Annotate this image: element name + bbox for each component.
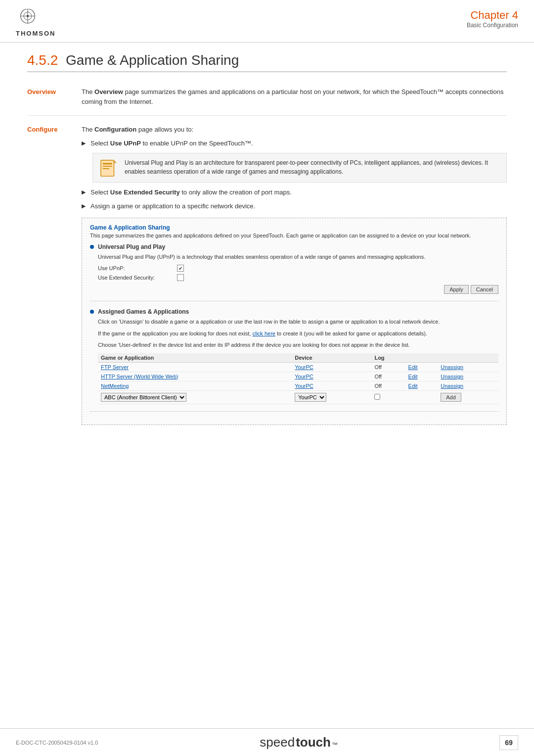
log-2: Off <box>371 372 405 381</box>
table-body: FTP Server YourPC Off Edit Unassign HTTP… <box>98 362 498 404</box>
unassign-link-3[interactable]: Unassign <box>441 383 463 389</box>
chapter-info: Chapter 4 Basic Configuration <box>467 9 518 29</box>
unassign-link-1[interactable]: Unassign <box>441 364 463 370</box>
unassign-1: Unassign <box>438 362 498 372</box>
use-upnp-checkbox[interactable]: ✔ <box>177 265 184 272</box>
edit-link-2[interactable]: Edit <box>408 374 418 379</box>
device-link-3[interactable]: YourPC <box>295 383 313 389</box>
dashed-separator-1 <box>90 301 498 301</box>
device-link-2[interactable]: YourPC <box>295 374 313 379</box>
use-extended-label: Use Extended Security: <box>98 275 177 281</box>
device-link-1[interactable]: YourPC <box>295 364 313 370</box>
note-box: Universal Plug and Play is an architectu… <box>92 153 507 183</box>
col-unassign-header <box>438 353 498 363</box>
bullet-upnp: ▶ Select Use UPnP to enable UPnP on the … <box>82 139 507 148</box>
game-link-1[interactable]: FTP Server <box>101 364 129 370</box>
configure-bullets-2: ▶ Select Use Extended Security to only a… <box>82 188 507 211</box>
col-game: Game or Application <box>98 353 292 363</box>
configure-bullets: ▶ Select Use UPnP to enable UPnP on the … <box>82 139 507 148</box>
unassign-2: Unassign <box>438 372 498 381</box>
bullet-dot-upnp <box>90 245 94 249</box>
edit-3: Edit <box>405 381 438 390</box>
note-text: Universal Plug and Play is an architectu… <box>125 158 499 176</box>
bullet-arrow-3: ▶ <box>82 202 86 210</box>
game-name-3: NetMeeting <box>98 381 292 390</box>
footer-brand: speed touch ™ <box>260 735 338 750</box>
use-upnp-row: Use UPnP: ✔ <box>98 265 498 272</box>
footer-doc-id: E-DOC-CTC-20050429-0104 v1.0 <box>16 740 98 746</box>
game-link-2[interactable]: HTTP Server (World Wide Web) <box>101 374 178 379</box>
device-2: YourPC <box>292 372 371 381</box>
unassign-link-2[interactable]: Unassign <box>441 374 463 379</box>
add-row: ABC (Another Bittorent Client) YourPC <box>98 390 498 404</box>
note-icon <box>100 158 119 177</box>
apply-button[interactable]: Apply <box>444 285 469 294</box>
chapter-title: Chapter 4 <box>467 9 518 22</box>
configure-bold: Configuration <box>94 126 136 133</box>
add-app-cell: ABC (Another Bittorent Client) <box>98 390 292 404</box>
assigned-section-label: Assigned Games & Applications <box>98 308 189 315</box>
table-header-row: Game or Application Device Log <box>98 353 498 363</box>
svg-rect-7 <box>103 166 112 167</box>
assigned-para3: Choose 'User-defined' in the device list… <box>98 341 498 349</box>
log-1: Off <box>371 362 405 372</box>
add-log-cell <box>371 390 405 404</box>
dashed-separator-2 <box>90 411 498 412</box>
section-heading: 4.5.2 Game & Application Sharing <box>27 52 507 72</box>
page-number: 69 <box>499 735 518 750</box>
app-dropdown[interactable]: ABC (Another Bittorent Client) <box>101 393 186 402</box>
col-device: Device <box>292 353 371 363</box>
configure-intro: The Configuration page allows you to: <box>82 125 507 135</box>
assigned-para2: If the game or the application you are l… <box>98 330 498 337</box>
panel-desc: This page summarizes the games and appli… <box>90 233 498 238</box>
bullet-arrow-2: ▶ <box>82 188 86 196</box>
chapter-subtitle: Basic Configuration <box>467 22 518 29</box>
add-log-checkbox[interactable] <box>374 394 380 400</box>
add-button-cell: Add <box>438 390 498 404</box>
form-buttons: Apply Cancel <box>98 285 498 294</box>
bullet-upnp-text: Select Use UPnP to enable UPnP on the Sp… <box>90 139 253 148</box>
bullet-dot-assigned <box>90 310 94 314</box>
bullet-security-text: Select Use Extended Security to only all… <box>90 188 292 197</box>
use-extended-checkbox[interactable] <box>177 274 184 281</box>
assigned-section-bullet: Assigned Games & Applications <box>90 308 498 315</box>
edit-1: Edit <box>405 362 438 372</box>
svg-rect-6 <box>103 163 112 165</box>
brand-touch: touch <box>296 735 331 750</box>
device-dropdown[interactable]: YourPC <box>295 393 326 402</box>
game-name-1: FTP Server <box>98 362 292 372</box>
section-title: Game & Application Sharing <box>66 52 239 68</box>
add-empty <box>405 390 438 404</box>
table-row: NetMeeting YourPC Off Edit Unassign <box>98 381 498 390</box>
edit-link-3[interactable]: Edit <box>408 383 418 389</box>
edit-link-1[interactable]: Edit <box>408 364 418 370</box>
col-log: Log <box>371 353 405 363</box>
configure-label: Configure <box>27 125 82 425</box>
assigned-form-section: Click on 'Unassign' to disable a game or… <box>98 318 498 404</box>
page-footer: E-DOC-CTC-20050429-0104 v1.0 speed touch… <box>0 728 534 756</box>
overview-body: The Overview page summarizes the games a… <box>82 87 507 106</box>
logo-text: THOMSON <box>16 30 55 37</box>
use-upnp-label: Use UPnP: <box>98 265 177 271</box>
upnp-form-section: Universal Plug and Play (UPnP) is a tech… <box>98 253 498 294</box>
upnp-form-desc: Universal Plug and Play (UPnP) is a tech… <box>98 253 498 261</box>
col-edit-header <box>405 353 438 363</box>
overview-label: Overview <box>27 87 82 106</box>
section-number: 4.5.2 <box>27 52 58 68</box>
screenshot-panel: Game & Application Sharing This page sum… <box>82 218 507 425</box>
configure-body: The Configuration page allows you to: ▶ … <box>82 125 507 425</box>
use-extended-row: Use Extended Security: <box>98 274 498 281</box>
cancel-button[interactable]: Cancel <box>471 285 498 294</box>
add-button[interactable]: Add <box>441 393 461 402</box>
bullet-assign: ▶ Assign a game or application to a spec… <box>82 201 507 211</box>
games-table: Game or Application Device Log FTP Serve… <box>98 353 498 404</box>
brand-speed: speed <box>260 735 295 750</box>
panel-title: Game & Application Sharing <box>90 224 498 231</box>
overview-bold: Overview <box>94 88 123 95</box>
upnp-section-bullet: Universal Plug and Play <box>90 243 498 250</box>
bullet-arrow-1: ▶ <box>82 139 86 147</box>
table-row: FTP Server YourPC Off Edit Unassign <box>98 362 498 372</box>
overview-row: Overview The Overview page summarizes th… <box>27 87 507 116</box>
click-here-link[interactable]: click here <box>252 331 275 336</box>
game-link-3[interactable]: NetMeeting <box>101 383 129 389</box>
